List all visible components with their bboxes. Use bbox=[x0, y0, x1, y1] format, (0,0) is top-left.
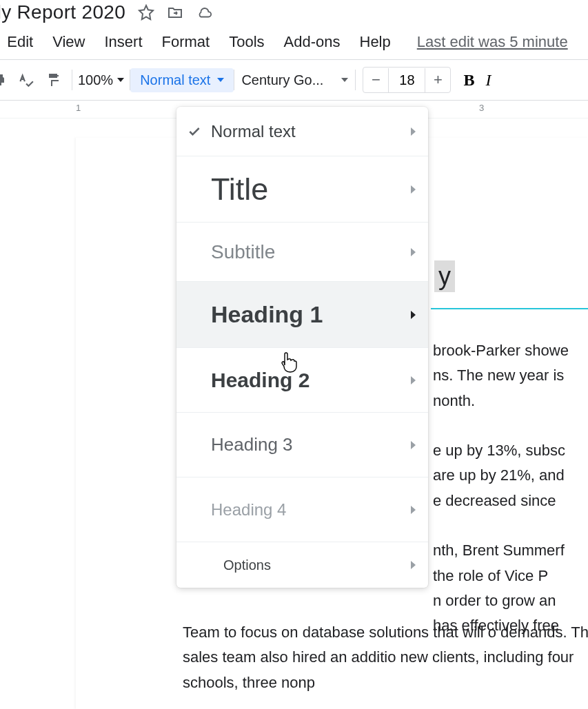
menu-tools[interactable]: Tools bbox=[229, 33, 264, 51]
paragraph-style-dropdown[interactable]: Normal text bbox=[130, 68, 234, 92]
heading-underline bbox=[431, 308, 588, 309]
chevron-down-icon bbox=[117, 78, 124, 82]
style-option-normal[interactable]: Normal text bbox=[176, 107, 428, 156]
submenu-arrow-icon bbox=[411, 441, 416, 449]
submenu-arrow-icon bbox=[411, 185, 416, 194]
selected-heading-text[interactable]: y bbox=[434, 260, 455, 292]
style-label: Heading 2 bbox=[211, 369, 411, 392]
style-option-heading1[interactable]: Heading 1 bbox=[176, 282, 428, 348]
menu-insert[interactable]: Insert bbox=[104, 33, 142, 51]
increase-size-button[interactable]: + bbox=[425, 68, 450, 92]
spellcheck-icon[interactable] bbox=[15, 70, 36, 90]
ruler-mark: 1 bbox=[76, 103, 81, 113]
style-label: Heading 3 bbox=[211, 434, 411, 455]
style-label: Subtitle bbox=[211, 241, 411, 263]
font-label: Century Go... bbox=[241, 72, 334, 88]
style-label: Heading 1 bbox=[211, 301, 411, 328]
menu-view[interactable]: View bbox=[52, 33, 85, 51]
font-size-value[interactable]: 18 bbox=[388, 68, 425, 92]
paint-format-icon[interactable] bbox=[43, 70, 63, 90]
title-bar: onthly Report 2020 bbox=[0, 0, 588, 29]
menu-format[interactable]: Format bbox=[162, 33, 210, 51]
style-options[interactable]: Options bbox=[176, 542, 428, 588]
star-icon[interactable] bbox=[138, 4, 154, 21]
separator bbox=[355, 70, 356, 90]
style-option-title[interactable]: Title bbox=[176, 156, 428, 223]
submenu-arrow-icon bbox=[411, 561, 416, 569]
bold-button[interactable]: B bbox=[463, 71, 474, 90]
style-label: Title bbox=[211, 172, 411, 207]
style-option-heading2[interactable]: Heading 2 bbox=[176, 348, 428, 413]
print-icon[interactable] bbox=[0, 70, 8, 90]
submenu-arrow-icon bbox=[411, 127, 416, 136]
submenu-arrow-icon bbox=[411, 248, 416, 256]
body-text[interactable]: brook-Parker showe ns. The new year is n… bbox=[433, 338, 588, 639]
style-label: Normal text bbox=[211, 122, 411, 141]
style-option-subtitle[interactable]: Subtitle bbox=[176, 223, 428, 282]
check-icon bbox=[187, 125, 211, 138]
document-title[interactable]: onthly Report 2020 bbox=[0, 1, 125, 23]
last-edit-link[interactable]: Last edit was 5 minute bbox=[417, 33, 568, 51]
ruler-mark: 3 bbox=[479, 103, 484, 113]
chevron-down-icon bbox=[341, 78, 348, 82]
submenu-arrow-icon bbox=[411, 376, 416, 384]
zoom-dropdown[interactable]: 100% bbox=[72, 72, 130, 88]
font-size-group: − 18 + bbox=[363, 67, 451, 93]
submenu-arrow-icon bbox=[411, 506, 416, 514]
font-dropdown[interactable]: Century Go... bbox=[234, 68, 355, 92]
zoom-value: 100% bbox=[78, 72, 113, 88]
style-option-heading4[interactable]: Heading 4 bbox=[176, 477, 428, 542]
menu-addons[interactable]: Add-ons bbox=[284, 33, 341, 51]
submenu-arrow-icon bbox=[411, 311, 416, 319]
style-label: Heading 4 bbox=[211, 500, 411, 520]
decrease-size-button[interactable]: − bbox=[363, 68, 388, 92]
menu-bar: e Edit View Insert Format Tools Add-ons … bbox=[0, 29, 588, 59]
move-folder-icon[interactable] bbox=[167, 4, 183, 21]
menu-edit[interactable]: Edit bbox=[7, 33, 33, 51]
toolbar: 100% Normal text Century Go... − 18 + B … bbox=[0, 59, 588, 101]
style-option-heading3[interactable]: Heading 3 bbox=[176, 413, 428, 477]
italic-button[interactable]: I bbox=[485, 71, 491, 90]
paragraph-style-menu: Normal text Title Subtitle Heading 1 Hea… bbox=[176, 107, 428, 588]
body-text-lower[interactable]: Team to focus on database solutions that… bbox=[183, 620, 588, 695]
style-label: Normal text bbox=[140, 72, 210, 88]
chevron-down-icon bbox=[217, 78, 224, 82]
cloud-icon[interactable] bbox=[196, 4, 212, 21]
style-label: Options bbox=[223, 557, 411, 573]
menu-help[interactable]: Help bbox=[360, 33, 391, 51]
